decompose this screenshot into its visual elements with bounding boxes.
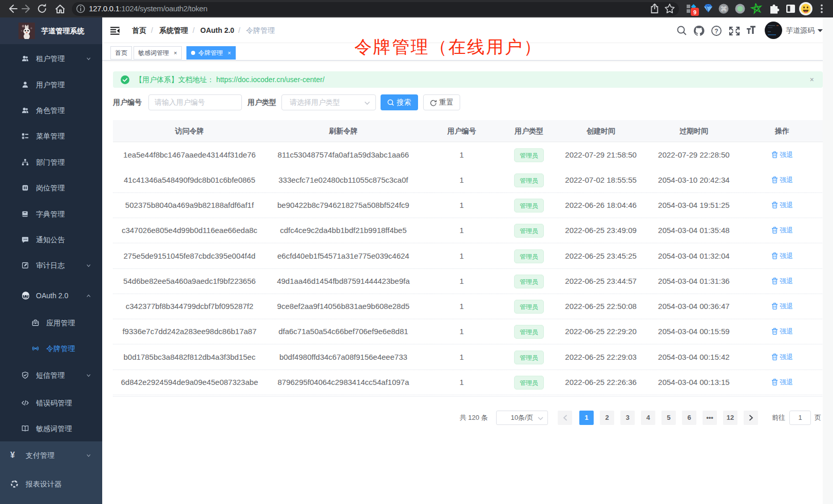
svg-text:?: ? (714, 28, 718, 35)
svg-text:⌘: ⌘ (721, 5, 727, 13)
svg-text:9: 9 (693, 9, 696, 15)
